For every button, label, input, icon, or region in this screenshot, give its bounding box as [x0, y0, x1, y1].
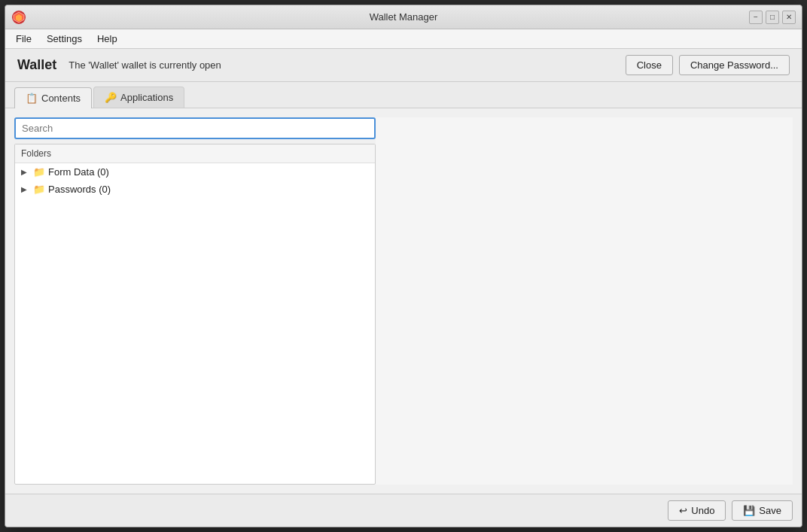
tab-applications[interactable]: 🔑 Applications: [93, 87, 184, 108]
folder-item-passwords[interactable]: ▶ 📁 Passwords (0): [15, 181, 375, 198]
contents-tab-icon: 📋: [26, 93, 38, 104]
tabs-bar: 📋 Contents 🔑 Applications: [5, 82, 802, 108]
window-controls: − □ ✕: [749, 11, 796, 24]
tab-applications-label: Applications: [120, 92, 173, 103]
search-input[interactable]: [14, 117, 376, 139]
bottom-bar: ↩ Undo 💾 Save: [5, 494, 802, 527]
folder-item-form-data[interactable]: ▶ 📁 Form Data (0): [15, 163, 375, 181]
undo-label: Undo: [691, 505, 714, 516]
save-label: Save: [759, 505, 781, 516]
wallet-manager-window: Wallet Manager − □ ✕ File Settings Help …: [5, 5, 802, 527]
folder-label-passwords: Passwords (0): [48, 184, 111, 195]
wallet-title: Wallet: [17, 57, 56, 73]
minimize-button[interactable]: −: [749, 11, 763, 24]
right-panel: [376, 117, 793, 485]
folder-icon-form-data: 📁: [33, 166, 45, 178]
menubar: File Settings Help: [5, 29, 802, 49]
menu-help[interactable]: Help: [90, 31, 125, 47]
app-logo-icon: [11, 10, 26, 25]
folder-label-form-data: Form Data (0): [48, 166, 109, 178]
content-area: Folders ▶ 📁 Form Data (0) ▶ 📁 Passwords …: [14, 117, 793, 485]
folders-header: Folders: [15, 144, 375, 163]
wallet-actions: Close Change Password...: [626, 55, 790, 75]
tab-contents[interactable]: 📋 Contents: [14, 87, 92, 108]
titlebar: Wallet Manager − □ ✕: [5, 5, 802, 29]
expand-arrow-form-data: ▶: [21, 168, 30, 176]
undo-button[interactable]: ↩ Undo: [668, 500, 726, 521]
applications-tab-icon: 🔑: [105, 92, 117, 103]
close-button[interactable]: ✕: [782, 11, 796, 24]
main-content: Folders ▶ 📁 Form Data (0) ▶ 📁 Passwords …: [5, 108, 802, 494]
close-wallet-button[interactable]: Close: [626, 55, 673, 75]
save-button[interactable]: 💾 Save: [732, 500, 793, 521]
save-icon: 💾: [743, 505, 755, 516]
expand-arrow-passwords: ▶: [21, 185, 30, 193]
wallet-status: The 'Wallet' wallet is currently open: [69, 59, 625, 71]
menu-settings[interactable]: Settings: [39, 31, 90, 47]
tab-contents-label: Contents: [41, 93, 81, 104]
undo-icon: ↩: [679, 505, 687, 516]
menu-file[interactable]: File: [8, 31, 39, 47]
folder-icon-passwords: 📁: [33, 184, 45, 195]
wallet-header: Wallet The 'Wallet' wallet is currently …: [5, 49, 802, 82]
change-password-button[interactable]: Change Password...: [679, 55, 790, 75]
folders-pane: Folders ▶ 📁 Form Data (0) ▶ 📁 Passwords …: [14, 144, 376, 485]
window-title: Wallet Manager: [370, 11, 438, 23]
left-panel: Folders ▶ 📁 Form Data (0) ▶ 📁 Passwords …: [14, 117, 376, 485]
restore-button[interactable]: □: [766, 11, 779, 24]
